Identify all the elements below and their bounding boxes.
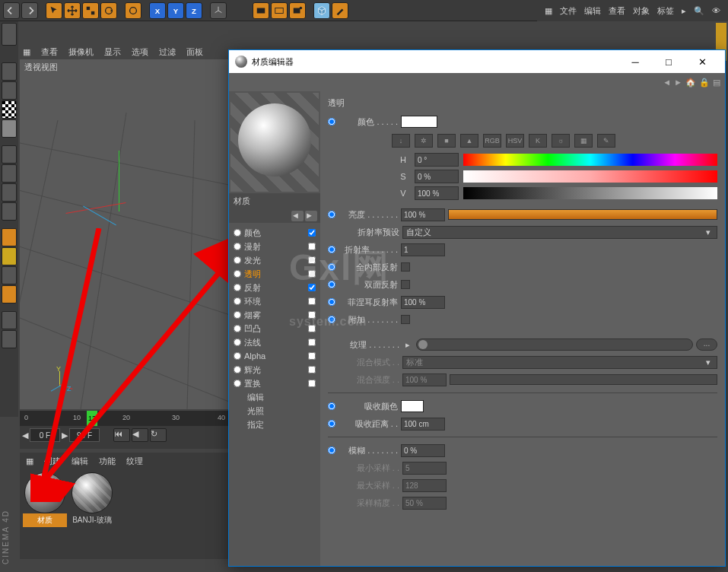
uv-mode-button[interactable] bbox=[2, 202, 17, 221]
texture-arrow-icon[interactable]: ▸ bbox=[402, 340, 413, 350]
val-input[interactable] bbox=[415, 186, 459, 200]
lasso-tool[interactable] bbox=[125, 2, 141, 19]
additive-checkbox[interactable] bbox=[401, 315, 410, 324]
channel-radio[interactable] bbox=[234, 325, 241, 332]
mat-menu-create[interactable]: 创建 bbox=[44, 456, 61, 467]
bothside-radio[interactable] bbox=[328, 281, 335, 288]
bothside-checkbox[interactable] bbox=[401, 280, 410, 289]
blurry-input[interactable] bbox=[401, 444, 445, 457]
channel-checkbox[interactable] bbox=[308, 311, 316, 319]
material-preview[interactable] bbox=[230, 93, 319, 192]
channel-checkbox[interactable] bbox=[308, 338, 316, 346]
grid2-button[interactable] bbox=[2, 330, 17, 348]
fresnel-input[interactable] bbox=[401, 296, 445, 309]
material-name-header[interactable]: 材质 bbox=[229, 193, 320, 209]
vp-menu-view[interactable]: 查看 bbox=[41, 46, 58, 58]
render-region-button[interactable] bbox=[271, 2, 288, 19]
channel-发光[interactable]: 发光 bbox=[230, 253, 319, 267]
abscolor-swatch[interactable] bbox=[401, 400, 424, 412]
eye-icon[interactable]: 👁 bbox=[712, 6, 720, 15]
nav-up-icon[interactable]: 🏠 bbox=[685, 78, 696, 87]
channel-编辑[interactable]: 编辑 bbox=[230, 390, 319, 404]
channel-radio[interactable] bbox=[234, 270, 241, 278]
nav-back-button[interactable]: ◄ bbox=[291, 211, 304, 221]
texture-mode-icon[interactable]: ✎ bbox=[597, 134, 615, 148]
blurry-radio[interactable] bbox=[328, 446, 335, 454]
channel-radio[interactable] bbox=[234, 338, 241, 346]
channel-radio[interactable] bbox=[234, 380, 241, 387]
search-icon[interactable]: 🔍 bbox=[694, 6, 704, 16]
accuracy-input[interactable] bbox=[402, 497, 447, 510]
sat-slider[interactable] bbox=[463, 170, 717, 183]
maxsamp-input[interactable] bbox=[402, 479, 447, 492]
channel-反射[interactable]: 反射 bbox=[230, 281, 319, 294]
blendstrength-input[interactable] bbox=[402, 373, 447, 386]
texture-mode-icon[interactable]: ▦ bbox=[574, 134, 593, 148]
menu-edit[interactable]: 编辑 bbox=[584, 5, 601, 17]
fresnel-radio[interactable] bbox=[328, 298, 335, 306]
channel-radio[interactable] bbox=[234, 352, 241, 360]
channel-环境[interactable]: 环境 bbox=[230, 294, 319, 308]
channel-指定[interactable]: 指定 bbox=[230, 418, 319, 431]
val-slider[interactable] bbox=[463, 187, 717, 199]
channel-法线[interactable]: 法线 bbox=[230, 335, 319, 349]
tir-radio[interactable] bbox=[328, 263, 335, 271]
maximize-button[interactable]: □ bbox=[652, 50, 685, 73]
model-mode-button[interactable] bbox=[2, 62, 17, 81]
texture-slot[interactable] bbox=[416, 338, 693, 351]
menu-view[interactable]: 查看 bbox=[609, 5, 625, 17]
globe-icon[interactable] bbox=[2, 23, 17, 46]
render-button[interactable] bbox=[253, 2, 269, 19]
channel-checkbox[interactable] bbox=[308, 270, 316, 278]
color-swatch[interactable] bbox=[401, 116, 437, 128]
pen-tool-button[interactable] bbox=[332, 2, 348, 19]
texture-mode-icon[interactable]: ☼ bbox=[552, 134, 570, 148]
texture-mode-icon[interactable]: ↓ bbox=[392, 134, 410, 148]
hue-slider[interactable] bbox=[463, 154, 717, 166]
additive-radio[interactable] bbox=[328, 316, 335, 323]
material-slot[interactable]: BANJI-玻璃 bbox=[70, 472, 114, 529]
blendstrength-slider[interactable] bbox=[450, 374, 717, 385]
vp-menu-display[interactable]: 显示 bbox=[104, 46, 121, 58]
channel-凹凸[interactable]: 凹凸 bbox=[230, 322, 319, 335]
ior-radio[interactable] bbox=[328, 246, 335, 253]
sat-input[interactable] bbox=[415, 170, 459, 183]
material-slot[interactable]: 材质 bbox=[23, 472, 67, 529]
timeline-playhead[interactable]: 13 bbox=[87, 411, 97, 426]
channel-radio[interactable] bbox=[234, 366, 241, 373]
channel-透明[interactable]: 透明 bbox=[230, 267, 319, 281]
timeline-start-input[interactable] bbox=[30, 428, 60, 442]
channel-Alpha[interactable]: Alpha bbox=[230, 349, 319, 363]
channel-漫射[interactable]: 漫射 bbox=[230, 240, 319, 253]
channel-光照[interactable]: 光照 bbox=[230, 404, 319, 418]
absdist-input[interactable] bbox=[401, 418, 445, 431]
ior-input[interactable] bbox=[401, 243, 445, 256]
brightness-radio[interactable] bbox=[328, 211, 335, 218]
channel-checkbox[interactable] bbox=[308, 229, 316, 237]
magnet-button[interactable] bbox=[2, 285, 17, 303]
channel-checkbox[interactable] bbox=[308, 352, 316, 360]
texture-mode-icon[interactable]: ✲ bbox=[415, 134, 433, 148]
texture-mode-button[interactable] bbox=[2, 100, 17, 119]
z-axis-button[interactable]: Z bbox=[186, 2, 202, 19]
mat-menu-function[interactable]: 功能 bbox=[99, 456, 116, 467]
menu-tag[interactable]: 标签 bbox=[657, 5, 674, 17]
lock-icon[interactable]: 🔒 bbox=[699, 78, 710, 87]
ior-preset-dropdown[interactable]: 自定义▾ bbox=[402, 226, 717, 239]
channel-checkbox[interactable] bbox=[308, 297, 316, 305]
snap-button[interactable] bbox=[2, 228, 17, 246]
select-tool[interactable] bbox=[46, 2, 62, 19]
mat-menu-texture[interactable]: 纹理 bbox=[126, 456, 143, 467]
menu-object[interactable]: 对象 bbox=[633, 5, 650, 17]
texture-mode-icon[interactable]: K bbox=[529, 134, 547, 148]
blendmode-dropdown[interactable]: 标准▾ bbox=[402, 356, 717, 369]
nav-fwd-button[interactable]: ► bbox=[305, 211, 317, 221]
brightness-input[interactable] bbox=[401, 208, 445, 221]
y-axis-button[interactable]: Y bbox=[167, 2, 184, 19]
object-mode-button[interactable] bbox=[2, 81, 17, 100]
scale-tool[interactable] bbox=[82, 2, 99, 19]
vp-menu-panel[interactable]: 面板 bbox=[186, 46, 203, 58]
coord-button[interactable] bbox=[210, 2, 227, 19]
menu-file[interactable]: 文件 bbox=[560, 5, 577, 17]
timeline-ruler[interactable]: 0 10 20 30 40 13 bbox=[20, 411, 229, 426]
